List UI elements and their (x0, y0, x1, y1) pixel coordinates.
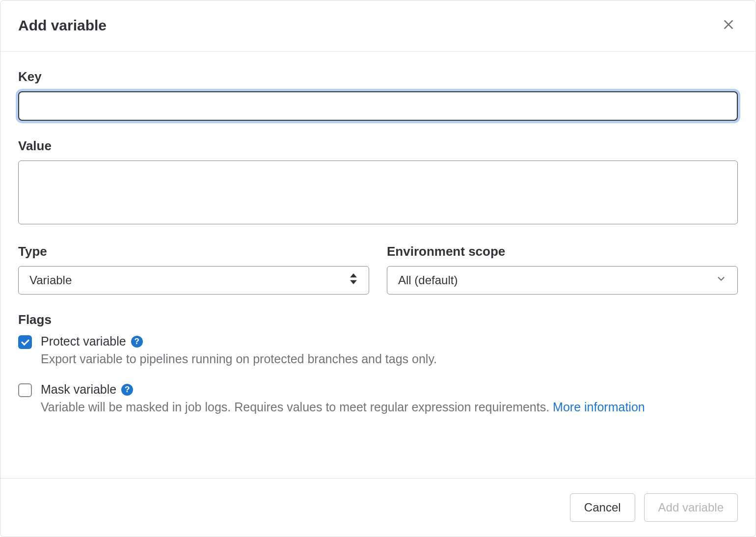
modal-footer: Cancel Add variable (0, 478, 756, 537)
help-icon[interactable]: ? (131, 336, 143, 348)
value-textarea[interactable] (18, 161, 738, 224)
type-field-group: Type Variable (18, 244, 369, 295)
more-information-link[interactable]: More information (553, 400, 645, 414)
type-label: Type (18, 244, 369, 259)
help-icon[interactable]: ? (121, 384, 133, 396)
flags-heading: Flags (18, 312, 738, 327)
protect-variable-row: Protect variable ? Export variable to pi… (18, 334, 738, 368)
mask-variable-label: Mask variable (41, 382, 116, 397)
key-label: Key (18, 69, 738, 84)
chevron-down-icon (716, 273, 727, 287)
key-field-group: Key (18, 69, 738, 121)
protect-variable-checkbox[interactable] (18, 335, 32, 349)
value-field-group: Value (18, 138, 738, 226)
type-select[interactable]: Variable (18, 266, 369, 295)
env-scope-select[interactable]: All (default) (387, 266, 738, 295)
env-scope-label: Environment scope (387, 244, 738, 259)
close-icon (722, 25, 735, 32)
close-button[interactable] (719, 15, 738, 35)
env-scope-selected-value: All (default) (398, 273, 458, 287)
modal-body: Key Value Type Variable Environment scop… (0, 52, 756, 478)
modal-header: Add variable (0, 0, 756, 52)
env-scope-field-group: Environment scope All (default) (387, 244, 738, 295)
add-variable-button[interactable]: Add variable (644, 493, 738, 522)
mask-variable-description: Variable will be masked in job logs. Req… (41, 399, 738, 416)
modal-title: Add variable (18, 17, 107, 34)
sort-icon (349, 273, 358, 287)
value-label: Value (18, 138, 738, 154)
add-variable-modal: Add variable Key Value Type Variable (0, 0, 756, 537)
mask-variable-row: Mask variable ? Variable will be masked … (18, 382, 738, 416)
type-selected-value: Variable (29, 273, 72, 287)
key-input[interactable] (18, 91, 738, 121)
protect-variable-label: Protect variable (41, 334, 126, 349)
mask-variable-checkbox[interactable] (18, 383, 32, 397)
cancel-button[interactable]: Cancel (570, 493, 635, 522)
protect-variable-description: Export variable to pipelines running on … (41, 350, 738, 368)
